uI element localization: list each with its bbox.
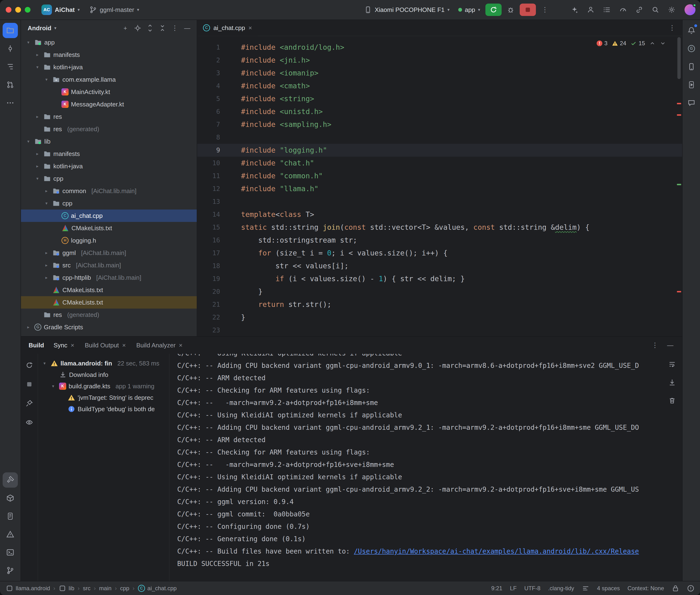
hide-build-panel-button[interactable]: — xyxy=(663,339,677,352)
pull-requests-tool-button[interactable] xyxy=(3,77,18,92)
build-console[interactable]: C/C++: -- Using KleidiAI optimized kerne… xyxy=(170,354,682,581)
formatter-widget[interactable] xyxy=(582,585,589,592)
build-tree-item-jvmtarget-string-is-deprec[interactable]: 'jvmTarget: String' is deprec xyxy=(38,392,169,403)
chevron-down-icon[interactable]: ▾ xyxy=(50,384,57,389)
todo-list-button[interactable] xyxy=(600,3,614,17)
code-line-5[interactable]: 5#include <string> xyxy=(197,92,682,105)
code-line-20[interactable]: 20 } xyxy=(197,285,682,298)
tree-item-messageadapter-kt[interactable]: KMessageAdapter.kt xyxy=(21,98,197,111)
more-run-actions-button[interactable]: ⋮ xyxy=(538,3,552,17)
editor-scrollbar[interactable] xyxy=(677,37,681,79)
tree-item-logging-h[interactable]: Hlogging.h xyxy=(21,234,197,247)
tree-item-common[interactable]: ▸common[AiChat.lib.main] xyxy=(21,185,197,197)
build-tree-item-build-gradle-kts[interactable]: ▾Kbuild.gradle.ktsapp 1 warning xyxy=(38,380,169,392)
error-stripe[interactable] xyxy=(675,36,682,336)
lock-widget[interactable] xyxy=(672,585,679,592)
code-line-8[interactable]: 8 xyxy=(197,131,682,144)
breadcrumb-item-src[interactable]: src xyxy=(83,585,90,592)
vcs-branch-button[interactable]: ggml-master ▾ xyxy=(86,4,143,16)
code-line-23[interactable]: 23 xyxy=(197,324,682,336)
chevron-right-icon[interactable]: ▸ xyxy=(34,52,41,57)
share-button[interactable] xyxy=(632,3,646,17)
code-line-11[interactable]: 11#include "common.h" xyxy=(197,170,682,182)
context-widget[interactable]: Context: None xyxy=(627,585,664,592)
chevron-right-icon[interactable]: ▸ xyxy=(34,164,41,169)
tree-item-cmakelists-txt[interactable]: CMakeLists.txt xyxy=(21,284,197,296)
code-line-7[interactable]: 7#include <sampling.h> xyxy=(197,118,682,131)
tree-item-com-example-llama[interactable]: ▾com.example.llama xyxy=(21,73,197,86)
code-with-me-button[interactable] xyxy=(584,3,598,17)
project-view-selector[interactable]: Android xyxy=(28,25,52,32)
project-widget-button[interactable]: AC AiChat ▾ xyxy=(38,3,83,17)
tree-item-cmakelists-txt[interactable]: CMakeLists.txt xyxy=(21,296,197,309)
code-line-21[interactable]: 21 return str.str(); xyxy=(197,298,682,311)
code-line-17[interactable]: 17 for (size_t i = 0; i < values.size();… xyxy=(197,247,682,259)
chevron-right-icon[interactable]: ▸ xyxy=(34,114,41,119)
soft-wrap-button[interactable] xyxy=(665,358,679,371)
device-explorer-tool-button[interactable] xyxy=(684,59,699,74)
tree-item-cpp[interactable]: ▾cpp xyxy=(21,197,197,209)
passed-indicator[interactable]: 15 xyxy=(631,40,645,47)
expand-all-button[interactable] xyxy=(144,22,156,34)
app-quality-insights-tool-button[interactable] xyxy=(684,95,699,111)
code-line-3[interactable]: 3#include <iomanip> xyxy=(197,67,682,80)
running-devices-tool-button[interactable] xyxy=(684,77,699,92)
commit-tool-button[interactable] xyxy=(3,41,18,56)
caret-position[interactable]: 9:21 xyxy=(491,585,502,592)
code-line-2[interactable]: 2#include <jni.h> xyxy=(197,54,682,67)
close-window-button[interactable] xyxy=(6,7,11,12)
tree-item-res[interactable]: res(generated) xyxy=(21,309,197,321)
breadcrumb-item-lib[interactable]: lib xyxy=(59,585,74,592)
run-configuration-button[interactable]: app ▾ xyxy=(455,4,483,16)
code-line-22[interactable]: 22} xyxy=(197,311,682,324)
tree-item-res[interactable]: ▸res xyxy=(21,111,197,123)
close-tab-icon[interactable]: × xyxy=(71,342,74,348)
stop-button[interactable] xyxy=(520,4,536,16)
chevron-right-icon[interactable]: ▸ xyxy=(43,263,50,268)
breadcrumb-item-llama-android[interactable]: llama.android xyxy=(6,585,50,592)
indent-style[interactable]: 4 spaces xyxy=(597,585,620,592)
chevron-down-icon[interactable]: ▾ xyxy=(41,361,48,366)
tree-item-res[interactable]: res(generated) xyxy=(21,123,197,135)
notifications-tool-button[interactable] xyxy=(684,23,699,38)
logcat-tool-button[interactable] xyxy=(3,509,18,524)
ai-assistant-button[interactable] xyxy=(567,3,582,17)
code-line-13[interactable]: 13 xyxy=(197,195,682,208)
add-button[interactable]: + xyxy=(119,22,131,34)
minimize-window-button[interactable] xyxy=(15,7,21,12)
tree-item-cmakelists-txt[interactable]: CMakeLists.txt xyxy=(21,222,197,234)
build-tab-build-analyzer[interactable]: Build Analyzer× xyxy=(136,342,183,349)
chevron-down-icon[interactable]: ▾ xyxy=(43,201,50,206)
breadcrumb-item-cpp[interactable]: cpp xyxy=(120,585,129,592)
code-line-4[interactable]: 4#include <cmath> xyxy=(197,80,682,92)
build-tree-item-buildtype-debug-is-both-de[interactable]: BuildType 'debug' is both de xyxy=(38,403,169,415)
tree-item-ggml[interactable]: ▸ggml[AiChat.lib.main] xyxy=(21,247,197,259)
editor-tab-options-button[interactable]: ⋮ xyxy=(665,21,679,34)
error-stripe-mark[interactable] xyxy=(677,184,681,185)
scroll-to-end-button[interactable] xyxy=(665,376,679,389)
chevron-right-icon[interactable]: ▸ xyxy=(43,250,50,255)
chevron-right-icon[interactable]: ▸ xyxy=(43,188,50,194)
zoom-window-button[interactable] xyxy=(25,7,30,12)
project-tool-button[interactable] xyxy=(3,23,18,38)
chevron-down-icon[interactable]: ▾ xyxy=(34,176,41,181)
tree-item-ai-chat-cpp[interactable]: Cai_chat.cpp xyxy=(21,209,197,222)
breadcrumb-item-ai-chat-cpp[interactable]: Cai_chat.cpp xyxy=(138,585,177,592)
tree-item-manifests[interactable]: ▸manifests xyxy=(21,148,197,160)
tree-item-gradle-scripts[interactable]: ▸GGradle Scripts xyxy=(21,321,197,333)
prev-issue-button[interactable] xyxy=(649,40,655,47)
close-tab-icon[interactable]: × xyxy=(248,25,252,31)
settings-button[interactable] xyxy=(665,3,679,17)
chevron-down-icon[interactable]: ▾ xyxy=(25,40,32,45)
code-line-10[interactable]: 10#include "chat.h" xyxy=(197,157,682,170)
build-panel-title[interactable]: Build xyxy=(29,342,44,349)
file-encoding[interactable]: UTF-8 xyxy=(524,585,540,592)
code-line-16[interactable]: 16 std::ostringstream str; xyxy=(197,234,682,247)
chevron-down-icon[interactable]: ▾ xyxy=(25,139,32,144)
line-separator[interactable]: LF xyxy=(510,585,516,592)
collapse-all-button[interactable] xyxy=(157,22,168,34)
rerun-button[interactable] xyxy=(485,4,502,16)
sync-button[interactable] xyxy=(22,359,36,372)
device-selector-button[interactable]: Xiaomi POCOPHONE F1 ▾ xyxy=(361,4,453,16)
code-line-9[interactable]: 9#include "logging.h" xyxy=(197,144,682,157)
